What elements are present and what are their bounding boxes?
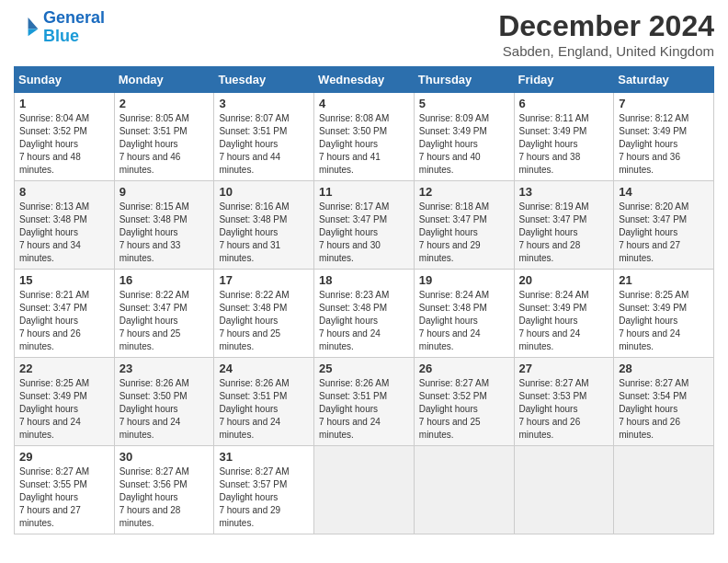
week-row-2: 8 Sunrise: 8:13 AM Sunset: 3:48 PM Dayli… xyxy=(15,181,714,270)
day-cell: 22 Sunrise: 8:25 AM Sunset: 3:49 PM Dayl… xyxy=(15,358,115,446)
day-number: 24 xyxy=(219,362,309,375)
day-info: Sunrise: 8:27 AM Sunset: 3:54 PM Dayligh… xyxy=(619,377,709,442)
day-cell: 11 Sunrise: 8:17 AM Sunset: 3:47 PM Dayl… xyxy=(314,181,415,270)
day-info: Sunrise: 8:04 AM Sunset: 3:52 PM Dayligh… xyxy=(19,112,109,177)
logo-text: General Blue xyxy=(43,9,105,46)
day-info: Sunrise: 8:23 AM Sunset: 3:48 PM Dayligh… xyxy=(319,289,409,353)
day-number: 7 xyxy=(619,97,709,110)
day-cell xyxy=(314,446,415,534)
day-info: Sunrise: 8:25 AM Sunset: 3:49 PM Dayligh… xyxy=(619,289,709,353)
day-info: Sunrise: 8:27 AM Sunset: 3:52 PM Dayligh… xyxy=(419,377,509,442)
day-info: Sunrise: 8:27 AM Sunset: 3:56 PM Dayligh… xyxy=(119,465,210,530)
day-number: 1 xyxy=(19,97,109,110)
day-info: Sunrise: 8:21 AM Sunset: 3:47 PM Dayligh… xyxy=(19,289,109,353)
day-info: Sunrise: 8:27 AM Sunset: 3:53 PM Dayligh… xyxy=(519,377,609,442)
day-number: 19 xyxy=(419,273,509,287)
day-cell xyxy=(514,446,614,534)
day-number: 28 xyxy=(619,362,709,375)
day-cell: 16 Sunrise: 8:22 AM Sunset: 3:47 PM Dayl… xyxy=(114,270,214,358)
day-cell: 30 Sunrise: 8:27 AM Sunset: 3:56 PM Dayl… xyxy=(114,446,214,534)
day-info: Sunrise: 8:05 AM Sunset: 3:51 PM Dayligh… xyxy=(119,112,210,177)
day-number: 26 xyxy=(419,362,509,375)
day-number: 10 xyxy=(219,185,309,199)
day-number: 27 xyxy=(519,362,609,375)
logo-icon xyxy=(14,15,40,40)
day-cell: 3 Sunrise: 8:07 AM Sunset: 3:51 PM Dayli… xyxy=(214,93,314,181)
day-number: 13 xyxy=(519,185,609,199)
header-tuesday: Tuesday xyxy=(214,67,314,93)
title-block: December 2024 Sabden, England, United Ki… xyxy=(498,9,714,59)
header-monday: Monday xyxy=(114,67,214,93)
day-number: 11 xyxy=(319,185,409,199)
day-info: Sunrise: 8:16 AM Sunset: 3:48 PM Dayligh… xyxy=(219,201,309,265)
day-number: 25 xyxy=(319,362,409,375)
day-number: 2 xyxy=(119,97,210,110)
day-cell: 23 Sunrise: 8:26 AM Sunset: 3:50 PM Dayl… xyxy=(114,358,214,446)
day-cell: 8 Sunrise: 8:13 AM Sunset: 3:48 PM Dayli… xyxy=(15,181,115,270)
svg-marker-1 xyxy=(28,29,39,36)
day-cell: 26 Sunrise: 8:27 AM Sunset: 3:52 PM Dayl… xyxy=(414,358,514,446)
day-info: Sunrise: 8:08 AM Sunset: 3:50 PM Dayligh… xyxy=(319,112,409,177)
day-cell: 17 Sunrise: 8:22 AM Sunset: 3:48 PM Dayl… xyxy=(214,270,314,358)
day-number: 9 xyxy=(119,185,210,199)
month-title: December 2024 xyxy=(498,9,714,43)
day-cell: 29 Sunrise: 8:27 AM Sunset: 3:55 PM Dayl… xyxy=(15,446,115,534)
day-number: 15 xyxy=(19,273,109,287)
day-cell: 6 Sunrise: 8:11 AM Sunset: 3:49 PM Dayli… xyxy=(514,93,614,181)
day-cell: 25 Sunrise: 8:26 AM Sunset: 3:51 PM Dayl… xyxy=(314,358,415,446)
day-cell: 10 Sunrise: 8:16 AM Sunset: 3:48 PM Dayl… xyxy=(214,181,314,270)
day-cell: 14 Sunrise: 8:20 AM Sunset: 3:47 PM Dayl… xyxy=(614,181,714,270)
day-number: 14 xyxy=(619,185,709,199)
day-cell: 7 Sunrise: 8:12 AM Sunset: 3:49 PM Dayli… xyxy=(614,93,714,181)
day-cell: 20 Sunrise: 8:24 AM Sunset: 3:49 PM Dayl… xyxy=(514,270,614,358)
day-cell: 31 Sunrise: 8:27 AM Sunset: 3:57 PM Dayl… xyxy=(214,446,314,534)
header-thursday: Thursday xyxy=(414,67,514,93)
day-info: Sunrise: 8:26 AM Sunset: 3:50 PM Dayligh… xyxy=(119,377,210,442)
day-info: Sunrise: 8:13 AM Sunset: 3:48 PM Dayligh… xyxy=(19,201,109,265)
day-number: 16 xyxy=(119,273,210,287)
week-row-5: 29 Sunrise: 8:27 AM Sunset: 3:55 PM Dayl… xyxy=(15,446,714,534)
day-cell: 1 Sunrise: 8:04 AM Sunset: 3:52 PM Dayli… xyxy=(15,93,115,181)
day-info: Sunrise: 8:26 AM Sunset: 3:51 PM Dayligh… xyxy=(219,377,309,442)
day-number: 31 xyxy=(219,450,309,464)
day-number: 4 xyxy=(319,97,409,110)
day-info: Sunrise: 8:20 AM Sunset: 3:47 PM Dayligh… xyxy=(619,201,709,265)
day-info: Sunrise: 8:27 AM Sunset: 3:55 PM Dayligh… xyxy=(19,465,109,530)
header-wednesday: Wednesday xyxy=(314,67,415,93)
header-sunday: Sunday xyxy=(15,67,115,93)
day-number: 20 xyxy=(519,273,609,287)
day-number: 6 xyxy=(519,97,609,110)
day-cell xyxy=(614,446,714,534)
day-cell: 2 Sunrise: 8:05 AM Sunset: 3:51 PM Dayli… xyxy=(114,93,214,181)
header-friday: Friday xyxy=(514,67,614,93)
week-row-3: 15 Sunrise: 8:21 AM Sunset: 3:47 PM Dayl… xyxy=(15,270,714,358)
week-row-4: 22 Sunrise: 8:25 AM Sunset: 3:49 PM Dayl… xyxy=(15,358,714,446)
day-info: Sunrise: 8:24 AM Sunset: 3:48 PM Dayligh… xyxy=(419,289,509,353)
day-number: 21 xyxy=(619,273,709,287)
day-number: 18 xyxy=(319,273,409,287)
day-info: Sunrise: 8:09 AM Sunset: 3:49 PM Dayligh… xyxy=(419,112,509,177)
day-info: Sunrise: 8:24 AM Sunset: 3:49 PM Dayligh… xyxy=(519,289,609,353)
day-info: Sunrise: 8:18 AM Sunset: 3:47 PM Dayligh… xyxy=(419,201,509,265)
day-cell: 4 Sunrise: 8:08 AM Sunset: 3:50 PM Dayli… xyxy=(314,93,415,181)
day-cell: 21 Sunrise: 8:25 AM Sunset: 3:49 PM Dayl… xyxy=(614,270,714,358)
day-info: Sunrise: 8:27 AM Sunset: 3:57 PM Dayligh… xyxy=(219,465,309,530)
day-number: 29 xyxy=(19,450,109,464)
day-cell: 12 Sunrise: 8:18 AM Sunset: 3:47 PM Dayl… xyxy=(414,181,514,270)
week-row-1: 1 Sunrise: 8:04 AM Sunset: 3:52 PM Dayli… xyxy=(15,93,714,181)
day-cell: 9 Sunrise: 8:15 AM Sunset: 3:48 PM Dayli… xyxy=(114,181,214,270)
page-header: General Blue December 2024 Sabden, Engla… xyxy=(14,9,714,59)
day-info: Sunrise: 8:26 AM Sunset: 3:51 PM Dayligh… xyxy=(319,377,409,442)
location: Sabden, England, United Kingdom xyxy=(498,43,714,59)
day-number: 12 xyxy=(419,185,509,199)
day-info: Sunrise: 8:17 AM Sunset: 3:47 PM Dayligh… xyxy=(319,201,409,265)
day-number: 17 xyxy=(219,273,309,287)
day-cell: 27 Sunrise: 8:27 AM Sunset: 3:53 PM Dayl… xyxy=(514,358,614,446)
day-number: 23 xyxy=(119,362,210,375)
day-cell: 24 Sunrise: 8:26 AM Sunset: 3:51 PM Dayl… xyxy=(214,358,314,446)
day-cell: 28 Sunrise: 8:27 AM Sunset: 3:54 PM Dayl… xyxy=(614,358,714,446)
day-cell xyxy=(414,446,514,534)
day-number: 30 xyxy=(119,450,210,464)
day-cell: 18 Sunrise: 8:23 AM Sunset: 3:48 PM Dayl… xyxy=(314,270,415,358)
header-saturday: Saturday xyxy=(614,67,714,93)
